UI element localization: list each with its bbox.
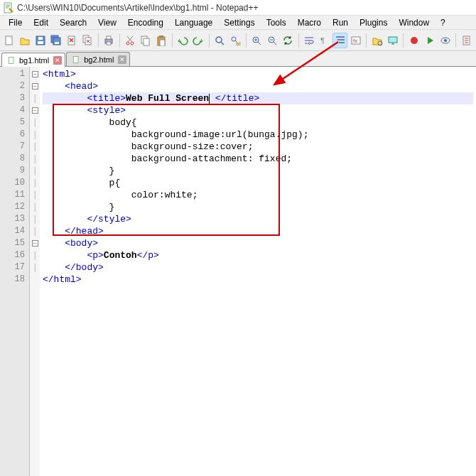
- zoom-in-button[interactable]: [249, 33, 264, 48]
- folder-button[interactable]: [369, 33, 384, 48]
- menu-language[interactable]: Language: [169, 16, 218, 29]
- open-button[interactable]: [18, 33, 33, 48]
- code-line[interactable]: </style>: [43, 213, 473, 225]
- window-title: C:\Users\WIN10\Documents\Artikel\Index\b…: [17, 3, 258, 13]
- code-line[interactable]: <p>Contoh</p>: [43, 249, 473, 261]
- find-icon: [214, 35, 225, 46]
- play-button[interactable]: [422, 33, 437, 48]
- copy-button[interactable]: [139, 33, 153, 48]
- code-line[interactable]: }: [43, 201, 473, 213]
- line-number: 3: [0, 92, 29, 104]
- menu-view[interactable]: View: [92, 16, 122, 29]
- tab-close-icon[interactable]: ✕: [118, 55, 126, 64]
- whitespace-button[interactable]: ¶: [317, 33, 332, 48]
- menu-run[interactable]: Run: [327, 16, 354, 29]
- print-button[interactable]: [102, 33, 117, 48]
- save-button[interactable]: [33, 33, 48, 48]
- code-line[interactable]: p{: [43, 177, 473, 189]
- play-icon: [424, 35, 436, 46]
- line-number-gutter: 123456789101112131415161718: [0, 67, 30, 476]
- toolbar-separator: [246, 33, 247, 48]
- menu-search[interactable]: Search: [54, 16, 92, 29]
- cut-button[interactable]: [123, 33, 138, 48]
- code-line[interactable]: </body>: [43, 261, 473, 274]
- code-line[interactable]: background-size:cover;: [43, 141, 473, 153]
- new-button[interactable]: [2, 33, 17, 48]
- line-number: 14: [0, 225, 29, 237]
- line-number: 6: [0, 129, 29, 141]
- code-area[interactable]: <html> <head> <title>Web Full Screen </t…: [40, 67, 476, 476]
- menu-window[interactable]: Window: [393, 16, 435, 29]
- menu-settings[interactable]: Settings: [218, 16, 260, 29]
- fold-marker: [30, 274, 40, 286]
- svg-rect-19: [159, 36, 163, 38]
- toolbar: ab¶fx: [0, 30, 476, 51]
- line-number: 7: [0, 141, 29, 153]
- find-button[interactable]: [212, 33, 227, 48]
- monitor-button[interactable]: [385, 33, 400, 48]
- fold-marker[interactable]: −: [30, 80, 40, 92]
- line-number: 12: [0, 201, 29, 213]
- code-line[interactable]: <body>: [43, 237, 473, 249]
- fold-marker: │: [30, 261, 40, 274]
- line-number: 1: [0, 68, 29, 80]
- zoom-out-button[interactable]: [265, 33, 280, 48]
- code-line[interactable]: <style>: [43, 104, 473, 117]
- replace-button[interactable]: ab: [228, 33, 243, 48]
- tab-bg2-html[interactable]: bg2.html✕: [66, 52, 130, 66]
- svg-rect-35: [9, 57, 13, 63]
- menu-help[interactable]: ?: [435, 16, 451, 29]
- redo-button[interactable]: [191, 33, 206, 48]
- menu-edit[interactable]: Edit: [28, 16, 54, 29]
- save-all-button[interactable]: [49, 33, 64, 48]
- menu-tools[interactable]: Tools: [261, 16, 292, 29]
- doc-list-button[interactable]: [459, 33, 474, 48]
- sync-button[interactable]: [281, 33, 296, 48]
- svg-rect-17: [144, 38, 149, 45]
- cut-icon: [124, 35, 136, 46]
- save-icon: [35, 35, 46, 46]
- code-line[interactable]: <title>Web Full Screen </title>: [43, 92, 473, 104]
- code-line[interactable]: background-attachment: fixed;: [43, 153, 473, 165]
- code-line[interactable]: background-image:url(bunga.jpg);: [43, 129, 473, 141]
- svg-rect-20: [160, 40, 165, 46]
- svg-rect-36: [73, 56, 78, 63]
- line-number: 9: [0, 165, 29, 177]
- fold-marker[interactable]: −: [30, 68, 40, 80]
- code-line[interactable]: color:white;: [43, 189, 473, 201]
- paste-button[interactable]: [154, 33, 169, 48]
- wordwrap-icon: [303, 35, 315, 46]
- fold-column: −−│−││││││││││−││: [30, 67, 40, 476]
- tab-close-icon[interactable]: ✕: [53, 56, 62, 65]
- fold-marker: │: [30, 165, 40, 177]
- toolbar-separator: [119, 33, 120, 48]
- fold-marker[interactable]: −: [30, 237, 40, 249]
- code-line[interactable]: </head>: [43, 225, 473, 237]
- close-all-button[interactable]: [80, 33, 95, 48]
- lang-button[interactable]: fx: [348, 33, 363, 48]
- fold-marker: │: [30, 117, 40, 129]
- menu-file[interactable]: File: [3, 16, 28, 29]
- eye-button[interactable]: [438, 33, 453, 48]
- close-button[interactable]: [65, 33, 80, 48]
- editor: 123456789101112131415161718 −−│−││││││││…: [0, 67, 476, 476]
- tab-bg1-html[interactable]: bg1.html✕: [1, 53, 65, 67]
- code-line[interactable]: }: [43, 165, 473, 177]
- line-number: 10: [0, 177, 29, 189]
- wordwrap-button[interactable]: [301, 33, 316, 48]
- line-number: 8: [0, 153, 29, 165]
- file-icon: [71, 55, 81, 65]
- svg-point-15: [131, 42, 134, 45]
- undo-button[interactable]: [175, 33, 190, 48]
- menu-macro[interactable]: Macro: [292, 16, 327, 29]
- code-line[interactable]: <head>: [43, 80, 473, 92]
- fold-marker[interactable]: −: [30, 104, 40, 117]
- code-line[interactable]: </html>: [43, 274, 473, 286]
- menu-encoding[interactable]: Encoding: [122, 16, 169, 29]
- fold-marker: │: [30, 92, 40, 104]
- code-line[interactable]: <html>: [43, 68, 473, 80]
- menu-plugins[interactable]: Plugins: [354, 16, 393, 29]
- indent-guide-button[interactable]: [332, 33, 347, 48]
- record-button[interactable]: [406, 33, 421, 48]
- code-line[interactable]: body{: [43, 117, 473, 129]
